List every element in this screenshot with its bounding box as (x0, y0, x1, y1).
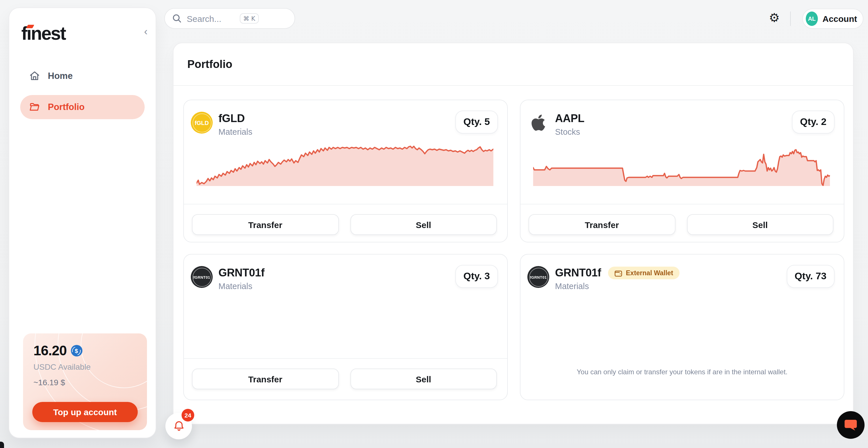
apple-logo-icon (527, 112, 549, 134)
brand-logo: finest (21, 23, 65, 44)
card-divider (521, 204, 844, 204)
sidebar: finest ‹ Home Portfolio (9, 7, 156, 438)
search-input[interactable] (187, 13, 240, 23)
external-wallet-badge: External Wallet (608, 267, 680, 279)
asset-category: Materials (218, 282, 265, 291)
sell-button[interactable]: Sell (687, 214, 833, 235)
sidebar-item-home[interactable]: Home (20, 64, 145, 88)
grnt01-coin-icon: fGRNT01 (191, 266, 213, 288)
logo-row: finest ‹ (9, 8, 156, 44)
page-title: Portfolio (187, 58, 232, 71)
bell-icon (172, 419, 185, 433)
fgld-coin-icon: fGLD (191, 112, 213, 134)
card-divider (184, 358, 507, 359)
asset-symbol: fGLD (218, 112, 245, 125)
top-up-button[interactable]: Top up account (32, 402, 138, 422)
search-shortcut-kbd: ⌘ K (240, 13, 258, 24)
window-corner-artifact (0, 442, 4, 448)
usdc-icon: $ (71, 345, 82, 356)
topbar-divider (790, 11, 791, 26)
transfer-button[interactable]: Transfer (192, 369, 339, 389)
sidebar-collapse-icon[interactable]: ‹ (144, 27, 148, 37)
quantity-badge: Qty. 5 (455, 110, 498, 134)
asset-symbol: GRNT01f (218, 267, 265, 279)
asset-card-aapl: AAPL Stocks Qty. 2 Transfer Sell (520, 100, 844, 242)
search-icon (172, 14, 182, 23)
gear-icon[interactable]: ⚙ (769, 12, 780, 24)
sell-button[interactable]: Sell (350, 214, 497, 235)
quantity-badge: Qty. 2 (792, 110, 835, 134)
search-box[interactable]: ⌘ K (164, 8, 295, 29)
asset-symbol: GRNT01f (555, 267, 601, 279)
notification-count-badge: 24 (182, 409, 194, 421)
account-button[interactable]: AL Account (802, 9, 863, 29)
app-window: finest ‹ Home Portfolio (0, 0, 868, 448)
fgld-sparkline-chart (196, 144, 493, 188)
sidebar-item-label: Home (48, 71, 73, 81)
account-label: Account (823, 14, 857, 24)
chat-bubble-icon (843, 418, 858, 432)
aapl-sparkline-chart (533, 144, 830, 188)
panel-header: Portfolio (174, 43, 853, 86)
card-divider (184, 204, 507, 204)
asset-card-fgld: fGLD fGLD Materials Qty. 5 Transfer Sell (183, 100, 508, 242)
asset-category: Materials (218, 127, 252, 136)
wallet-icon (614, 269, 622, 277)
sidebar-item-label: Portfolio (48, 102, 85, 112)
sidebar-nav: Home Portfolio (9, 64, 156, 119)
sidebar-item-portfolio[interactable]: Portfolio (20, 95, 145, 119)
asset-category: Materials (555, 282, 680, 291)
folder-open-icon (29, 101, 40, 113)
balance-label: USDC Available (33, 362, 136, 371)
quantity-badge: Qty. 3 (455, 265, 498, 288)
transfer-button[interactable]: Transfer (529, 214, 675, 235)
chat-widget-button[interactable] (837, 411, 865, 439)
asset-symbol: AAPL (555, 112, 584, 125)
balance-fiat-estimate: ~16.19 $ (33, 378, 136, 387)
asset-card-grnt01f-external: fGRNT01 GRNT01f External Wallet Material… (520, 254, 844, 400)
external-wallet-footnote: You can only claim or transfer your toke… (521, 368, 844, 376)
avatar: AL (806, 11, 818, 26)
asset-category: Stocks (555, 127, 584, 136)
balance-card: 16.20 $ USDC Available ~16.19 $ Top up a… (23, 334, 147, 430)
portfolio-panel: Portfolio fGLD fGLD Materials Qty. 5 Tra… (173, 43, 854, 424)
quantity-badge: Qty. 73 (786, 265, 835, 288)
transfer-button[interactable]: Transfer (192, 214, 339, 235)
sell-button[interactable]: Sell (350, 369, 497, 389)
balance-amount: 16.20 (33, 343, 67, 359)
asset-card-grnt01f: fGRNT01 GRNT01f Materials Qty. 3 Transfe… (183, 254, 508, 400)
balance-info: 16.20 $ USDC Available ~16.19 $ (23, 334, 147, 396)
grnt01-coin-icon: fGRNT01 (527, 266, 549, 288)
home-icon (29, 70, 40, 82)
notifications-button[interactable]: 24 (165, 413, 192, 439)
